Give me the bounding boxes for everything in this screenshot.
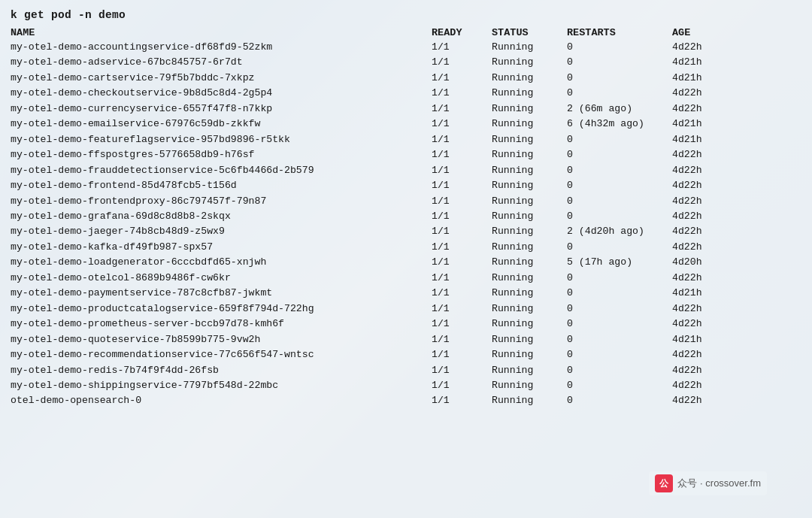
pod-name: my-otel-demo-quoteservice-7b8599b775-9vw… [11, 332, 432, 347]
pod-name: my-otel-demo-checkoutservice-9b8d5c8d4-2… [11, 86, 432, 101]
pod-ready: 1/1 [432, 363, 492, 378]
pod-ready: 1/1 [432, 209, 492, 224]
pod-status: Running [492, 147, 567, 162]
table-row: my-otel-demo-jaeger-74b8cb48d9-z5wx9 1/1… [11, 224, 801, 239]
pod-name: my-otel-demo-shippingservice-7797bf548d-… [11, 378, 432, 393]
pod-name: my-otel-demo-frauddetectionservice-5c6fb… [11, 163, 432, 178]
pod-restarts: 0 [567, 286, 672, 301]
pod-status: Running [492, 178, 567, 193]
pod-ready: 1/1 [432, 194, 492, 209]
pod-age: 4d22h [672, 163, 732, 178]
table-row: my-otel-demo-loadgenerator-6cccbdfd65-xn… [11, 255, 801, 270]
pod-restarts: 0 [567, 132, 672, 147]
table-body: my-otel-demo-accountingservice-df68fd9-5… [11, 40, 801, 409]
pod-restarts: 0 [567, 301, 672, 317]
table-row: my-otel-demo-otelcol-8689b9486f-cw6kr 1/… [11, 271, 801, 286]
pod-name: my-otel-demo-frontend-85d478fcb5-t156d [11, 178, 432, 193]
pod-name: my-otel-demo-currencyservice-6557f47f8-n… [11, 101, 432, 117]
table-header: NAME READY STATUS RESTARTS AGE [11, 27, 801, 38]
watermark-icon: 公 [655, 474, 673, 492]
pod-name: my-otel-demo-emailservice-67976c59db-zkk… [11, 117, 432, 132]
pod-name: my-otel-demo-redis-7b74f9f4dd-26fsb [11, 363, 432, 378]
pod-name: my-otel-demo-jaeger-74b8cb48d9-z5wx9 [11, 224, 432, 239]
table-row: my-otel-demo-frontend-85d478fcb5-t156d 1… [11, 178, 801, 193]
pod-name: my-otel-demo-grafana-69d8c8d8b8-2skqx [11, 209, 432, 224]
pod-name: my-otel-demo-paymentservice-787c8cfb87-j… [11, 286, 432, 301]
table-row: my-otel-demo-adservice-67bc845757-6r7dt … [11, 55, 801, 70]
pod-restarts: 0 [567, 240, 672, 255]
pod-restarts: 0 [567, 86, 672, 101]
pod-ready: 1/1 [432, 86, 492, 101]
pod-status: Running [492, 271, 567, 286]
pod-ready: 1/1 [432, 224, 492, 239]
pod-age: 4d20h [672, 255, 732, 270]
pod-restarts: 0 [567, 332, 672, 347]
watermark: 公 众号 · crossover.fm [649, 471, 767, 495]
pod-ready: 1/1 [432, 332, 492, 347]
pod-status: Running [492, 209, 567, 224]
pod-restarts: 0 [567, 271, 672, 286]
pod-age: 4d22h [672, 240, 732, 255]
pod-age: 4d22h [672, 86, 732, 101]
table-row: my-otel-demo-kafka-df49fb987-spx57 1/1 R… [11, 240, 801, 255]
table-row: my-otel-demo-accountingservice-df68fd9-5… [11, 40, 801, 55]
pod-age: 4d22h [672, 101, 732, 117]
pod-status: Running [492, 55, 567, 70]
pod-restarts: 0 [567, 347, 672, 362]
pod-status: Running [492, 224, 567, 239]
pod-status: Running [492, 132, 567, 147]
pod-status: Running [492, 286, 567, 301]
pod-status: Running [492, 101, 567, 117]
pod-age: 4d22h [672, 178, 732, 193]
pod-name: my-otel-demo-otelcol-8689b9486f-cw6kr [11, 271, 432, 286]
command-text: k get pod -n demo [11, 9, 126, 21]
pod-restarts: 2 (66m ago) [567, 101, 672, 117]
pod-name: my-otel-demo-accountingservice-df68fd9-5… [11, 40, 432, 55]
pod-name: my-otel-demo-ffspostgres-5776658db9-h76s… [11, 147, 432, 162]
pod-age: 4d22h [672, 271, 732, 286]
pod-name: my-otel-demo-prometheus-server-bccb97d78… [11, 317, 432, 332]
header-age: AGE [672, 27, 732, 38]
table-row: my-otel-demo-checkoutservice-9b8d5c8d4-2… [11, 86, 801, 101]
header-ready: READY [432, 27, 492, 38]
table-row: my-otel-demo-shippingservice-7797bf548d-… [11, 378, 801, 393]
table-row: my-otel-demo-productcatalogservice-659f8… [11, 301, 801, 317]
terminal-content: k get pod -n demo NAME READY STATUS REST… [0, 0, 812, 518]
pod-age: 4d21h [672, 286, 732, 301]
pod-age: 4d21h [672, 71, 732, 86]
pod-ready: 1/1 [432, 132, 492, 147]
pod-restarts: 0 [567, 209, 672, 224]
pod-age: 4d22h [672, 378, 732, 393]
pod-status: Running [492, 194, 567, 209]
table-row: my-otel-demo-grafana-69d8c8d8b8-2skqx 1/… [11, 209, 801, 224]
pod-restarts: 2 (4d20h ago) [567, 224, 672, 239]
pod-status: Running [492, 347, 567, 362]
pod-name: my-otel-demo-featureflagservice-957bd989… [11, 132, 432, 147]
pod-ready: 1/1 [432, 178, 492, 193]
pod-status: Running [492, 240, 567, 255]
table-row: my-otel-demo-frontendproxy-86c797457f-79… [11, 194, 801, 209]
pod-status: Running [492, 332, 567, 347]
pod-age: 4d22h [672, 40, 732, 55]
watermark-text: 众号 · crossover.fm [677, 477, 761, 490]
pod-age: 4d22h [672, 224, 732, 239]
pod-age: 4d21h [672, 55, 732, 70]
table-row: my-otel-demo-cartservice-79f5b7bddc-7xkp… [11, 71, 801, 86]
pod-status: Running [492, 393, 567, 408]
pod-age: 4d22h [672, 347, 732, 362]
header-name: NAME [11, 27, 432, 38]
pod-ready: 1/1 [432, 163, 492, 178]
pod-ready: 1/1 [432, 301, 492, 317]
pod-age: 4d21h [672, 332, 732, 347]
pod-restarts: 0 [567, 363, 672, 378]
pod-name: my-otel-demo-loadgenerator-6cccbdfd65-xn… [11, 255, 432, 270]
pod-status: Running [492, 71, 567, 86]
terminal-container: k get pod -n demo NAME READY STATUS REST… [0, 0, 812, 518]
pod-ready: 1/1 [432, 240, 492, 255]
pod-restarts: 6 (4h32m ago) [567, 117, 672, 132]
table-row: my-otel-demo-paymentservice-787c8cfb87-j… [11, 286, 801, 301]
pod-name: my-otel-demo-frontendproxy-86c797457f-79… [11, 194, 432, 209]
pod-age: 4d22h [672, 301, 732, 317]
pod-age: 4d22h [672, 363, 732, 378]
pod-status: Running [492, 163, 567, 178]
